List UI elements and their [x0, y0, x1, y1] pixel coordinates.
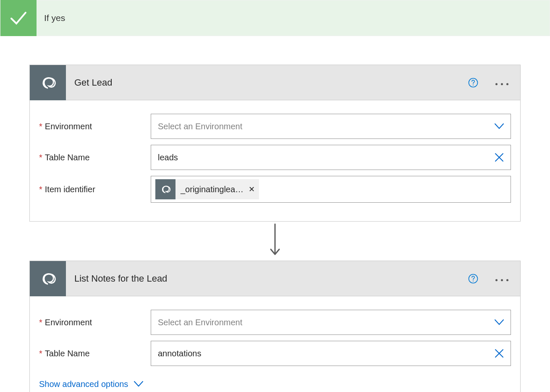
field-label-text: Environment [45, 318, 92, 327]
field-label: *Table Name [39, 349, 151, 358]
table-name-value: leads [158, 153, 495, 162]
item-identifier-input[interactable]: _originatinglea… ✕ [151, 176, 511, 203]
field-label-text: Table Name [45, 349, 90, 358]
card-title: Get Lead [66, 77, 467, 88]
condition-label: If yes [37, 13, 65, 23]
more-icon[interactable] [491, 76, 513, 89]
field-label-text: Table Name [45, 153, 90, 162]
table-name-input[interactable]: leads [151, 145, 511, 170]
environment-placeholder: Select an Environment [158, 318, 495, 327]
dataverse-icon [30, 65, 66, 100]
card-title: List Notes for the Lead [66, 273, 467, 284]
field-row-table: *Table Name annotations [39, 341, 511, 366]
field-row-table: *Table Name leads [39, 145, 511, 170]
environment-select[interactable]: Select an Environment [151, 310, 511, 335]
environment-select[interactable]: Select an Environment [151, 114, 511, 139]
card-body: *Environment Select an Environment *Tabl… [30, 100, 520, 221]
field-row-item-id: *Item identifier _originatinglea… ✕ [39, 176, 511, 203]
table-name-input[interactable]: annotations [151, 341, 511, 366]
card-header[interactable]: Get Lead [30, 65, 520, 100]
field-row-environment: *Environment Select an Environment [39, 310, 511, 335]
action-card-get-lead: Get Lead *Environment Select an Environm… [29, 65, 521, 222]
token-remove-icon[interactable]: ✕ [249, 185, 259, 194]
card-header[interactable]: List Notes for the Lead [30, 261, 520, 296]
card-body: *Environment Select an Environment *Tabl… [30, 296, 520, 392]
field-label-text: Item identifier [45, 185, 95, 194]
field-label: *Item identifier [39, 185, 151, 194]
help-icon[interactable] [467, 76, 479, 89]
show-advanced-options[interactable]: Show advanced options [39, 379, 143, 389]
help-icon[interactable] [467, 272, 479, 285]
table-name-value: annotations [158, 349, 495, 358]
action-card-list-notes: List Notes for the Lead *Environment Sel… [29, 261, 521, 392]
condition-header: If yes [0, 0, 550, 36]
chevron-down-icon [495, 319, 504, 325]
clear-icon[interactable] [495, 153, 504, 162]
dataverse-icon [30, 261, 66, 296]
check-icon [0, 0, 37, 36]
field-label: *Environment [39, 122, 151, 131]
environment-placeholder: Select an Environment [158, 122, 495, 131]
field-label: *Table Name [39, 153, 151, 162]
advanced-options-label: Show advanced options [39, 379, 128, 389]
more-icon[interactable] [491, 272, 513, 285]
chevron-down-icon [134, 379, 143, 389]
field-row-environment: *Environment Select an Environment [39, 114, 511, 139]
dataverse-icon [155, 179, 175, 199]
token-text: _originatinglea… [175, 185, 249, 194]
field-label-text: Environment [45, 122, 92, 131]
connector-arrow [270, 223, 280, 259]
field-label: *Environment [39, 318, 151, 327]
dynamic-token[interactable]: _originatinglea… ✕ [155, 179, 259, 199]
clear-icon[interactable] [495, 349, 504, 358]
chevron-down-icon [495, 123, 504, 129]
